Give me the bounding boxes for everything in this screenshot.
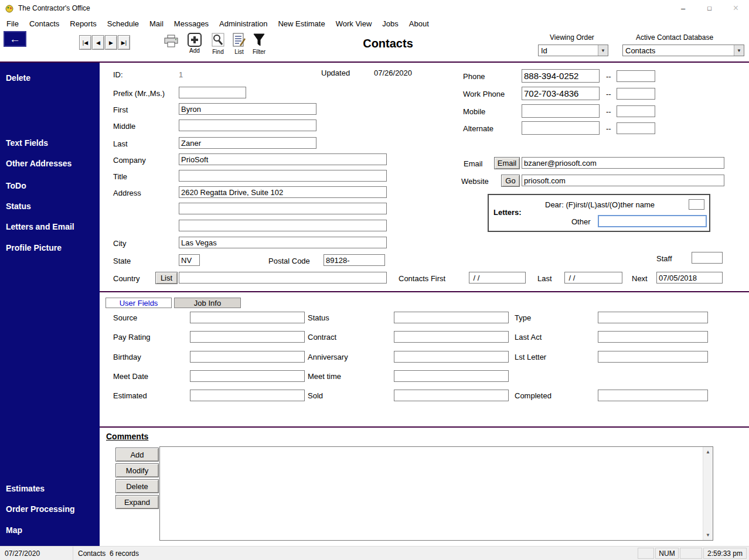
comment-add-button[interactable]: Add (115, 448, 159, 462)
nav-prev-button[interactable]: ◀ (92, 35, 104, 50)
menu-work-view[interactable]: Work View (331, 19, 377, 28)
comment-modify-button[interactable]: Modify (115, 463, 159, 477)
last-act-input[interactable] (598, 331, 708, 343)
menu-mail[interactable]: Mail (144, 19, 169, 28)
alternate-input[interactable] (522, 121, 600, 135)
comments-section: Comments Add Modify Delete Expand ▲ ▼ (100, 428, 749, 546)
sidebar-item-profile-picture[interactable]: Profile Picture (6, 243, 62, 252)
comment-delete-button[interactable]: Delete (115, 479, 159, 493)
pay-rating-input[interactable] (190, 331, 305, 343)
tab-user-fields[interactable]: User Fields (105, 298, 172, 308)
website-input[interactable] (522, 175, 724, 186)
work-phone-input[interactable] (522, 87, 600, 100)
sold-input[interactable] (394, 390, 509, 401)
phone-input[interactable] (522, 69, 600, 83)
completed-input[interactable] (598, 390, 708, 401)
alternate-ext-input[interactable] (617, 122, 655, 134)
status-panel-empty-1 (638, 548, 654, 559)
sidebar-item-status[interactable]: Status (6, 202, 31, 211)
comments-scrollbar[interactable]: ▲ ▼ (703, 447, 713, 540)
tab-job-info[interactable]: Job Info (174, 298, 241, 308)
sidebar-item-letters-and-email[interactable]: Letters and Email (6, 222, 74, 231)
menu-file[interactable]: File (1, 19, 24, 28)
contacts-next-input[interactable] (656, 272, 723, 284)
postal-code-input[interactable] (324, 254, 385, 266)
menu-contacts[interactable]: Contacts (24, 19, 64, 28)
active-db-select[interactable]: Contacts ▼ (622, 45, 744, 56)
source-input[interactable] (190, 312, 305, 323)
maximize-button[interactable]: □ (696, 0, 723, 16)
city-input[interactable] (179, 237, 387, 248)
menu-about[interactable]: About (404, 19, 434, 28)
nav-next-button[interactable]: ▶ (105, 35, 117, 50)
company-input[interactable] (179, 153, 387, 165)
sidebar-item-todo[interactable]: ToDo (6, 181, 26, 190)
scroll-down-icon[interactable]: ▼ (703, 530, 713, 540)
nav-last-button[interactable]: ▶| (118, 35, 130, 50)
country-input[interactable] (179, 272, 387, 284)
menu-jobs[interactable]: Jobs (377, 19, 403, 28)
back-button[interactable]: ← (4, 31, 26, 47)
country-list-button[interactable]: List (155, 272, 178, 284)
website-go-button[interactable]: Go (501, 175, 520, 187)
contacts-last-input[interactable] (564, 272, 622, 284)
contacts-first-input[interactable] (469, 272, 526, 284)
sidebar-item-delete[interactable]: Delete (6, 73, 30, 83)
anniversary-input[interactable] (394, 351, 509, 363)
mobile-ext-input[interactable] (617, 105, 655, 117)
menu-schedule[interactable]: Schedule (102, 19, 144, 28)
sidebar-item-map[interactable]: Map (6, 525, 22, 535)
contract-input[interactable] (394, 331, 509, 343)
comments-textarea[interactable]: ▲ ▼ (159, 446, 713, 541)
sidebar-item-other-addresses[interactable]: Other Addresses (6, 159, 72, 168)
sidebar-item-order-processing[interactable]: Order Processing (6, 504, 75, 514)
scroll-up-icon[interactable]: ▲ (703, 447, 713, 457)
email-input[interactable] (522, 157, 724, 169)
birthday-input[interactable] (190, 351, 305, 363)
close-button[interactable]: × (723, 0, 749, 16)
menu-new-estimate[interactable]: New Estimate (273, 19, 330, 28)
address3-input[interactable] (179, 220, 387, 231)
meet-time-input[interactable] (394, 370, 509, 382)
address-input[interactable] (179, 186, 387, 198)
scroll-track[interactable] (703, 457, 713, 530)
address2-input[interactable] (179, 203, 387, 214)
print-button[interactable] (161, 35, 182, 49)
last-name-input[interactable] (179, 137, 316, 149)
lst-letter-input[interactable] (598, 351, 708, 363)
list-button[interactable]: List (229, 33, 250, 55)
sidebar-item-estimates[interactable]: Estimates (6, 484, 45, 493)
sidebar-item-text-fields[interactable]: Text Fields (6, 138, 48, 148)
first-name-input[interactable] (179, 103, 316, 115)
viewing-order-select[interactable]: Id ▼ (538, 45, 608, 56)
work-phone-ext-input[interactable] (617, 88, 655, 100)
contact-details-section: ID: 1 Updated 07/26/2020 Prefix (Mr.,Ms.… (100, 63, 749, 291)
type-input[interactable] (598, 312, 708, 323)
letters-other-input[interactable] (598, 215, 707, 227)
minimize-button[interactable]: – (670, 0, 696, 16)
middle-name-input[interactable] (179, 119, 316, 131)
prefix-input[interactable] (179, 87, 246, 98)
menu-reports[interactable]: Reports (64, 19, 102, 28)
source-label: Source (113, 313, 137, 322)
email-button[interactable]: Email (494, 157, 520, 169)
menu-messages[interactable]: Messages (169, 19, 214, 28)
add-button[interactable]: Add (184, 33, 205, 54)
title-input[interactable] (179, 170, 387, 182)
status-input[interactable] (394, 312, 509, 323)
nav-first-button[interactable]: |◀ (79, 35, 91, 50)
letters-dear-input[interactable] (689, 199, 704, 210)
company-label: Company (113, 156, 146, 165)
mobile-input[interactable] (522, 104, 600, 118)
type-label: Type (515, 313, 531, 322)
find-button[interactable]: Find (207, 33, 229, 55)
staff-input[interactable] (692, 252, 723, 264)
status-record-info: Contacts 6 records (73, 547, 637, 560)
phone-ext-input[interactable] (617, 70, 655, 82)
filter-button[interactable]: Filter (248, 33, 270, 55)
comment-expand-button[interactable]: Expand (115, 495, 159, 509)
menu-administration[interactable]: Administration (214, 19, 273, 28)
state-input[interactable] (179, 254, 200, 266)
meet-date-input[interactable] (190, 370, 305, 382)
estimated-input[interactable] (190, 390, 305, 401)
